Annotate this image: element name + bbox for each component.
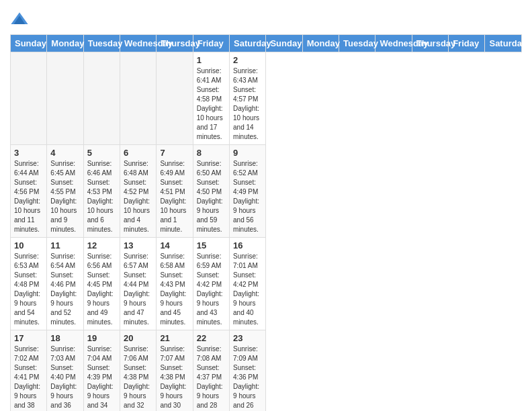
day-number: 10 <box>14 240 43 250</box>
day-info: Sunrise: 7:01 AM Sunset: 4:42 PM Dayligh… <box>233 252 262 327</box>
day-number: 23 <box>233 333 262 343</box>
calendar-week-2: 3Sunrise: 6:44 AM Sunset: 4:56 PM Daylig… <box>11 145 522 238</box>
day-number: 21 <box>160 333 189 343</box>
calendar-cell: 8Sunrise: 6:50 AM Sunset: 4:50 PM Daylig… <box>193 145 229 238</box>
calendar-cell: 9Sunrise: 6:52 AM Sunset: 4:49 PM Daylig… <box>230 145 266 238</box>
day-number: 18 <box>50 333 79 343</box>
calendar-cell <box>83 52 120 145</box>
calendar-cell: 18Sunrise: 7:03 AM Sunset: 4:40 PM Dayli… <box>47 330 83 412</box>
calendar-cell: 22Sunrise: 7:08 AM Sunset: 4:37 PM Dayli… <box>193 330 229 412</box>
day-info: Sunrise: 6:49 AM Sunset: 4:51 PM Dayligh… <box>160 159 189 234</box>
day-header-wednesday: Wednesday <box>120 35 157 52</box>
calendar-cell: 10Sunrise: 6:53 AM Sunset: 4:48 PM Dayli… <box>11 238 47 330</box>
calendar-cell <box>11 52 47 145</box>
day-info: Sunrise: 6:45 AM Sunset: 4:55 PM Dayligh… <box>50 159 79 234</box>
day-header-tuesday: Tuesday <box>339 35 375 52</box>
day-header-saturday: Saturday <box>485 35 522 52</box>
day-header-sunday: Sunday <box>266 35 302 52</box>
calendar-week-3: 10Sunrise: 6:53 AM Sunset: 4:48 PM Dayli… <box>11 238 522 330</box>
day-number: 7 <box>160 148 189 158</box>
day-number: 1 <box>197 55 226 65</box>
calendar-cell: 16Sunrise: 7:01 AM Sunset: 4:42 PM Dayli… <box>230 238 266 330</box>
calendar-cell: 6Sunrise: 6:48 AM Sunset: 4:52 PM Daylig… <box>120 145 157 238</box>
calendar-header-row: SundayMondayTuesdayWednesdayThursdayFrid… <box>11 35 522 52</box>
calendar-cell: 15Sunrise: 6:59 AM Sunset: 4:42 PM Dayli… <box>193 238 229 330</box>
day-number: 20 <box>124 333 152 343</box>
logo-icon <box>10 10 29 29</box>
calendar-cell: 7Sunrise: 6:49 AM Sunset: 4:51 PM Daylig… <box>157 145 193 238</box>
calendar-cell: 12Sunrise: 6:56 AM Sunset: 4:45 PM Dayli… <box>83 238 120 330</box>
day-info: Sunrise: 6:41 AM Sunset: 4:58 PM Dayligh… <box>197 66 226 142</box>
day-header-sunday: Sunday <box>11 35 47 52</box>
calendar-cell: 1Sunrise: 6:41 AM Sunset: 4:58 PM Daylig… <box>193 52 229 145</box>
day-info: Sunrise: 6:54 AM Sunset: 4:46 PM Dayligh… <box>50 252 79 327</box>
day-info: Sunrise: 6:57 AM Sunset: 4:44 PM Dayligh… <box>124 252 152 327</box>
day-number: 16 <box>233 240 262 250</box>
day-number: 14 <box>160 240 189 250</box>
calendar-cell: 2Sunrise: 6:43 AM Sunset: 4:57 PM Daylig… <box>230 52 266 145</box>
calendar-cell: 19Sunrise: 7:04 AM Sunset: 4:39 PM Dayli… <box>83 330 120 412</box>
day-info: Sunrise: 6:52 AM Sunset: 4:49 PM Dayligh… <box>233 159 262 234</box>
page-header <box>10 7 522 29</box>
day-number: 17 <box>14 333 43 343</box>
day-info: Sunrise: 6:44 AM Sunset: 4:56 PM Dayligh… <box>14 159 43 234</box>
day-info: Sunrise: 7:07 AM Sunset: 4:38 PM Dayligh… <box>160 345 189 411</box>
day-header-monday: Monday <box>302 35 339 52</box>
day-header-tuesday: Tuesday <box>83 35 120 52</box>
day-number: 22 <box>197 333 226 343</box>
day-number: 9 <box>233 148 262 158</box>
day-header-wednesday: Wednesday <box>375 35 412 52</box>
day-number: 11 <box>50 240 79 250</box>
calendar-cell: 4Sunrise: 6:45 AM Sunset: 4:55 PM Daylig… <box>47 145 83 238</box>
day-header-thursday: Thursday <box>412 35 448 52</box>
day-header-friday: Friday <box>449 35 485 52</box>
day-info: Sunrise: 7:02 AM Sunset: 4:41 PM Dayligh… <box>14 345 43 411</box>
day-number: 15 <box>197 240 226 250</box>
calendar-cell: 20Sunrise: 7:06 AM Sunset: 4:38 PM Dayli… <box>120 330 157 412</box>
calendar-cell: 13Sunrise: 6:57 AM Sunset: 4:44 PM Dayli… <box>120 238 157 330</box>
day-info: Sunrise: 7:08 AM Sunset: 4:37 PM Dayligh… <box>197 345 226 411</box>
day-info: Sunrise: 7:09 AM Sunset: 4:36 PM Dayligh… <box>233 345 262 411</box>
page-container: SundayMondayTuesdayWednesdayThursdayFrid… <box>0 0 532 411</box>
calendar-week-4: 17Sunrise: 7:02 AM Sunset: 4:41 PM Dayli… <box>11 330 522 412</box>
day-header-monday: Monday <box>47 35 83 52</box>
day-info: Sunrise: 6:50 AM Sunset: 4:50 PM Dayligh… <box>197 159 226 234</box>
logo <box>10 10 32 29</box>
day-number: 3 <box>14 148 43 158</box>
day-info: Sunrise: 6:43 AM Sunset: 4:57 PM Dayligh… <box>233 66 262 142</box>
calendar-table: SundayMondayTuesdayWednesdayThursdayFrid… <box>10 34 522 411</box>
day-info: Sunrise: 6:48 AM Sunset: 4:52 PM Dayligh… <box>124 159 152 234</box>
day-info: Sunrise: 6:53 AM Sunset: 4:48 PM Dayligh… <box>14 252 43 327</box>
day-info: Sunrise: 7:06 AM Sunset: 4:38 PM Dayligh… <box>124 345 152 411</box>
day-number: 12 <box>87 240 116 250</box>
day-number: 13 <box>124 240 152 250</box>
day-info: Sunrise: 7:03 AM Sunset: 4:40 PM Dayligh… <box>50 345 79 411</box>
day-info: Sunrise: 6:58 AM Sunset: 4:43 PM Dayligh… <box>160 252 189 327</box>
calendar-cell: 17Sunrise: 7:02 AM Sunset: 4:41 PM Dayli… <box>11 330 47 412</box>
calendar-cell <box>120 52 157 145</box>
calendar-week-1: 1Sunrise: 6:41 AM Sunset: 4:58 PM Daylig… <box>11 52 522 145</box>
day-number: 4 <box>50 148 79 158</box>
day-number: 6 <box>124 148 152 158</box>
calendar-cell: 3Sunrise: 6:44 AM Sunset: 4:56 PM Daylig… <box>11 145 47 238</box>
day-info: Sunrise: 6:56 AM Sunset: 4:45 PM Dayligh… <box>87 252 116 327</box>
day-number: 5 <box>87 148 116 158</box>
calendar-cell: 5Sunrise: 6:46 AM Sunset: 4:53 PM Daylig… <box>83 145 120 238</box>
calendar-cell <box>47 52 83 145</box>
day-info: Sunrise: 7:04 AM Sunset: 4:39 PM Dayligh… <box>87 345 116 411</box>
day-number: 8 <box>197 148 226 158</box>
calendar-cell: 21Sunrise: 7:07 AM Sunset: 4:38 PM Dayli… <box>157 330 193 412</box>
day-info: Sunrise: 6:46 AM Sunset: 4:53 PM Dayligh… <box>87 159 116 234</box>
day-number: 2 <box>233 55 262 65</box>
calendar-cell: 11Sunrise: 6:54 AM Sunset: 4:46 PM Dayli… <box>47 238 83 330</box>
day-info: Sunrise: 6:59 AM Sunset: 4:42 PM Dayligh… <box>197 252 226 327</box>
calendar-cell <box>157 52 193 145</box>
day-header-thursday: Thursday <box>157 35 193 52</box>
calendar-cell: 23Sunrise: 7:09 AM Sunset: 4:36 PM Dayli… <box>230 330 266 412</box>
day-header-saturday: Saturday <box>230 35 266 52</box>
day-header-friday: Friday <box>193 35 229 52</box>
calendar-cell: 14Sunrise: 6:58 AM Sunset: 4:43 PM Dayli… <box>157 238 193 330</box>
day-number: 19 <box>87 333 116 343</box>
